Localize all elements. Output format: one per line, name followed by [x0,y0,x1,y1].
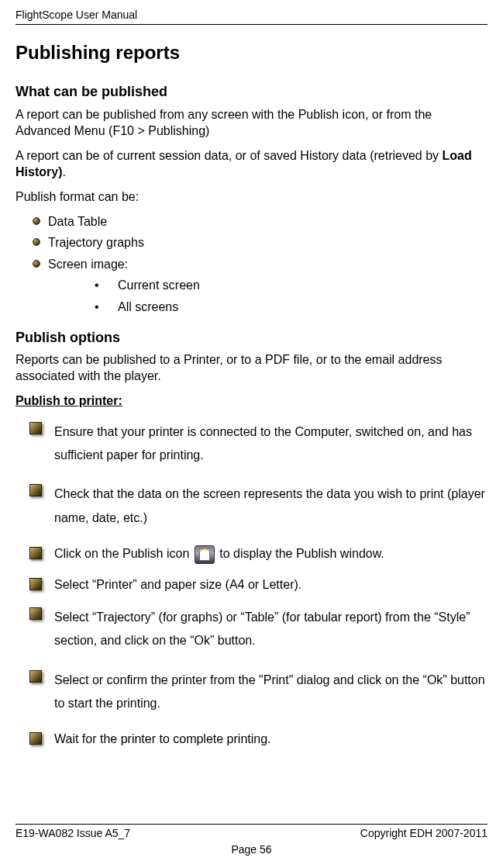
square-bullet-icon [29,484,42,496]
list-item: Wait for the printer to complete printin… [16,731,487,748]
text: A report can be of current session data,… [16,149,443,162]
list-item: Trajectory graphs [16,234,487,251]
sphere-bullet-icon [33,260,40,268]
footer-copyright: Copyright EDH 2007-2011 [360,826,487,841]
paragraph: Reports can be published to a Printer, o… [16,351,487,385]
text: . [62,165,65,178]
page-title: Publishing reports [16,40,487,65]
section-heading-what: What can be published [16,82,487,101]
list-text: to display the Publish window. [219,547,384,560]
sub-list: Current screen All screens [95,277,487,315]
steps-list: Ensure that your printer is connected to… [16,420,487,748]
page-footer: E19-WA082 Issue A5_7 Copyright EDH 2007-… [16,824,487,857]
paragraph: Publish format can be: [16,188,487,206]
footer-page-number: Page 56 [16,842,487,857]
list-text: Check that the data on the screen repres… [54,487,485,524]
list-text: Select or confirm the printer from the "… [54,673,485,710]
section-heading-options: Publish options [16,328,487,347]
list-item: Check that the data on the screen repres… [16,482,487,530]
sphere-bullet-icon [33,238,40,246]
list-text: Trajectory graphs [48,236,144,249]
list-item: Click on the Publish icon to display the… [16,545,487,564]
list-item: Select “Printer” and paper size (A4 or L… [16,576,487,593]
list-text: Data Table [48,215,107,228]
list-item: Select or confirm the printer from the "… [16,669,487,716]
square-bullet-icon [29,607,42,620]
paragraph: A report can be of current session data,… [16,147,487,181]
list-text: Select “Trajectory” (for graphs) or “Tab… [54,610,470,647]
square-bullet-icon [29,578,42,590]
list-text: Ensure that your printer is connected to… [54,425,472,462]
footer-doc-id: E19-WA082 Issue A5_7 [16,826,130,841]
list-item: Data Table [16,213,487,230]
square-bullet-icon [29,732,42,745]
publish-icon [195,545,215,564]
format-list: Data Table Trajectory graphs Screen imag… [16,213,487,316]
doc-header: FlightScope User Manual [16,8,487,25]
list-item: Screen image: Current screen All screens [16,256,487,316]
list-item: Ensure that your printer is connected to… [16,420,487,468]
list-item: Select “Trajectory” (for graphs) or “Tab… [16,606,487,653]
list-text: Select “Printer” and paper size (A4 or L… [54,578,301,591]
square-bullet-icon [29,547,42,559]
sphere-bullet-icon [33,217,40,225]
subsection-heading: Publish to printer: [16,393,487,410]
list-text: Click on the Publish icon [54,547,193,560]
list-item: All screens [95,299,487,316]
list-text: Screen image: [48,258,128,271]
square-bullet-icon [29,670,42,683]
list-text: Current screen [118,278,200,292]
list-text: Wait for the printer to complete printin… [54,732,271,745]
list-item: Current screen [95,277,487,294]
paragraph: A report can be published from any scree… [16,106,487,140]
square-bullet-icon [29,422,42,434]
list-text: All screens [118,300,178,313]
